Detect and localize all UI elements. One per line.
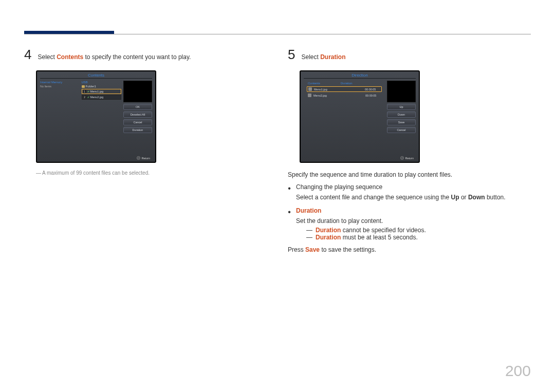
bullet-sequence: • Changing the playing sequence Select a… [288,182,531,203]
step5-desc: Specify the sequence and time duration t… [288,170,531,179]
b2-n1-post: cannot be specified for videos. [341,227,425,234]
b1-up: Up [451,194,459,201]
b1-title: Changing the playing sequence [296,182,531,192]
tab-duration: Duration [341,82,353,85]
internal-memory-header: Internal Memory [40,81,80,84]
step5-instruction: Select Duration [301,50,345,61]
save-button: Save [387,119,416,125]
step4-number: 4 [24,48,31,61]
mock-lists: Internal Memory No Items USB Folder1 1 ✔… [40,81,121,145]
item-duration: 00:00:05 [365,88,380,91]
item-file: Menu2.jpg [313,94,363,97]
column-step5: 5 Select Duration Direction Contents Dur… [288,48,531,255]
page-number: 200 [505,362,531,380]
return-icon: ↩ [137,156,140,160]
step4-instruction: Select Contents to specify the content y… [38,50,191,61]
return-control: ↩ Return [400,156,414,160]
b2-n1-hl: Duration [316,227,341,234]
bullet-icon: • [288,206,291,241]
mock-title: Direction [301,71,419,78]
direction-list-area: Contents Duration Menu1.jpg 00:00:05 Men… [304,81,385,145]
item-file: Menu2.jpg [90,96,104,99]
no-items-label: No Items [40,85,80,88]
step4-footnote: ―A maximum of 99 content files can be se… [36,170,267,176]
mock-internal-memory-col: Internal Memory No Items [40,81,80,145]
b2-note1: ― Duration cannot be specified for video… [306,227,531,234]
list-item: Menu2.jpg 00:00:05 [307,93,382,98]
column-step4: 4 Select Contents to specify the content… [24,48,267,255]
press-hl: Save [305,246,320,253]
b2-note2: ― Duration must be at least 5 seconds. [306,234,531,241]
up-button: Up [387,104,416,110]
b2-n2-hl: Duration [316,234,341,241]
b1-line: Select a content file and change the seq… [296,193,531,202]
preview-box [123,81,152,102]
ok-button: OK [123,104,152,110]
return-label: Return [141,157,150,160]
b1-pre: Select a content file and change the seq… [296,194,451,201]
dash-icon: ― [306,234,312,241]
step4-hl: Contents [57,53,83,61]
cancel-button: Cancel [123,119,152,125]
item-duration: 00:00:05 [365,94,381,97]
check-icon: ✔ [87,96,89,99]
mock-title: Contents [37,71,155,78]
mock-body: Contents Duration Menu1.jpg 00:00:05 Men… [301,79,419,145]
bullet-content: Changing the playing sequence Select a c… [296,182,531,203]
thumb-icon [308,87,312,91]
footnote-text: A maximum of 99 content files can be sel… [42,170,150,176]
usb-header: USB [82,81,122,84]
b2-n2: Duration must be at least 5 seconds. [316,234,418,241]
b1-or: or [459,194,468,201]
b1-post: button. [485,194,506,201]
down-button: Down [387,111,416,118]
list-item: Menu1.jpg 00:00:05 [307,86,382,92]
step5-row: 5 Select Duration [288,48,531,61]
press-post: to save the settings. [320,246,376,253]
return-label: Return [405,157,414,160]
folder-name: Folder1 [86,85,96,88]
mock-right-panel: Up Down Save Cancel [387,81,416,145]
b1-down: Down [468,194,485,201]
folder-icon [82,85,85,88]
list-item: 1 ✔ Menu1.jpg [82,89,122,94]
contents-screenshot: Contents Internal Memory No Items USB Fo… [36,70,156,163]
b2-line: Set the duration to play content. [296,216,531,226]
duration-button: Duration [123,127,152,133]
item-num: 2 [83,96,86,99]
tab-contents: Contents [308,82,320,85]
thumb-icon [308,94,311,97]
b2-n2-post: must be at least 5 seconds. [341,234,417,241]
bullet-duration: • Duration Set the duration to play cont… [288,206,531,241]
bullet-content: Duration Set the duration to play conten… [296,206,531,241]
press-save-line: Press Save to save the settings. [288,245,531,254]
return-control: ↩ Return [137,156,150,160]
direction-screenshot: Direction Contents Duration Menu1.jpg 00… [300,70,420,163]
dash-icon: ― [36,170,42,176]
check-icon: ✔ [87,90,89,93]
b2-n1: Duration cannot be specified for videos. [316,227,426,234]
step5-pre: Select [301,53,320,61]
list-item: 2 ✔ Menu2.jpg [82,95,122,100]
dash-icon: ― [306,227,312,234]
folder-row: Folder1 [82,85,122,88]
step4-row: 4 Select Contents to specify the content… [24,48,267,61]
cancel-button: Cancel [387,127,416,133]
step4-pre: Select [38,53,57,61]
item-num: 1 [83,90,86,93]
b2-title: Duration [296,207,321,214]
mock-right-panel: OK Deselect All Cancel Duration [123,81,152,145]
direction-tabs: Contents Duration [304,81,385,85]
item-file: Menu1.jpg [314,88,363,91]
step5-hl: Duration [320,53,345,61]
content-columns: 4 Select Contents to specify the content… [24,48,531,255]
step4-post: to specify the content you want to play. [83,53,191,61]
deselect-all-button: Deselect All [123,111,152,118]
mock-body: Internal Memory No Items USB Folder1 1 ✔… [37,79,155,145]
preview-box [387,81,416,102]
bullet-icon: • [288,182,291,203]
direction-list: Menu1.jpg 00:00:05 Menu2.jpg 00:00:05 [304,85,385,100]
mock-usb-col: USB Folder1 1 ✔ Menu1.jpg 2 ✔ [82,81,122,145]
return-icon: ↩ [400,156,404,160]
press-pre: Press [288,246,305,253]
